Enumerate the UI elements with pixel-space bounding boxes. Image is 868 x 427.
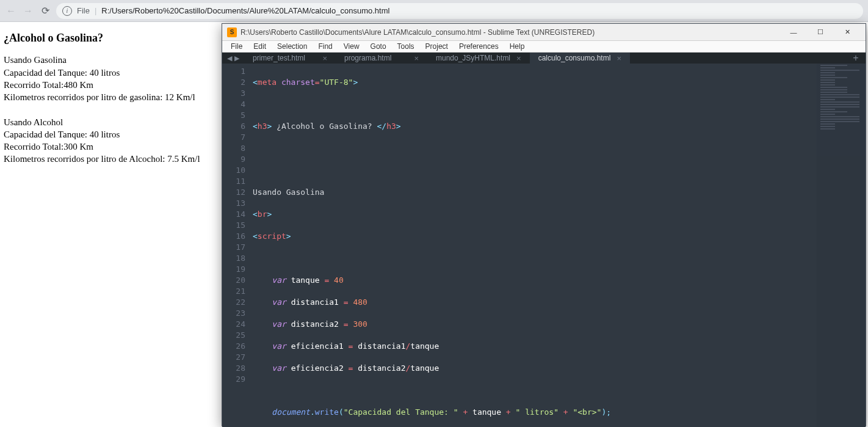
- close-icon[interactable]: ×: [414, 54, 419, 63]
- menu-bar: File Edit Selection Find View Goto Tools…: [222, 41, 866, 53]
- menu-project[interactable]: Project: [421, 41, 453, 52]
- minimap[interactable]: [817, 64, 866, 427]
- tab-prev-icon[interactable]: ◀: [227, 54, 232, 62]
- menu-selection[interactable]: Selection: [272, 41, 312, 52]
- tab-calculo-consumo[interactable]: calculo_consumo.html×: [530, 53, 630, 64]
- close-icon[interactable]: ×: [322, 54, 327, 63]
- editor[interactable]: 1234567891011121314151617181920212223242…: [222, 64, 866, 427]
- sublime-window: S R:\Users\Roberto Castillo\Documents\Al…: [222, 23, 866, 426]
- line-dist2: Recorrido Total:300 Km: [4, 141, 228, 153]
- menu-goto[interactable]: Goto: [366, 41, 391, 52]
- menu-find[interactable]: Find: [313, 41, 337, 52]
- close-icon[interactable]: ×: [516, 54, 521, 63]
- tab-primer-test[interactable]: primer_test.html×: [244, 53, 336, 64]
- line-eff1: Kilometros recorridos por litro de gasol…: [4, 91, 228, 103]
- line-tank1: Capacidad del Tanque: 40 litros: [4, 67, 228, 79]
- sublime-logo-icon: S: [227, 27, 237, 37]
- tab-add-icon[interactable]: +: [846, 53, 866, 64]
- address-bar[interactable]: i File | R:/Users/Roberto%20Castillo/Doc…: [56, 3, 863, 19]
- line-gutter: 1234567891011121314151617181920212223242…: [222, 64, 253, 427]
- forward-icon[interactable]: →: [22, 5, 34, 17]
- line-tank2: Capacidad del Tanque: 40 litros: [4, 128, 228, 141]
- menu-file[interactable]: File: [226, 41, 247, 52]
- menu-help[interactable]: Help: [505, 41, 530, 52]
- maximize-button[interactable]: ☐: [807, 24, 834, 41]
- close-icon[interactable]: ×: [617, 54, 621, 63]
- line-dist1: Recorrido Total:480 Km: [4, 79, 228, 91]
- tab-mundo[interactable]: mundo_JSyHTML.html×: [427, 53, 530, 64]
- url-protocol: File: [77, 6, 90, 15]
- url-path: R:/Users/Roberto%20Castillo/Documents/Al…: [101, 6, 389, 15]
- menu-view[interactable]: View: [339, 41, 364, 52]
- menu-tools[interactable]: Tools: [392, 41, 419, 52]
- close-button[interactable]: ✕: [834, 24, 861, 41]
- page-title: ¿Alcohol o Gasolina?: [4, 31, 228, 45]
- minimize-button[interactable]: —: [780, 24, 807, 41]
- tab-next-icon[interactable]: ▶: [234, 54, 239, 62]
- window-title: R:\Users\Roberto Castillo\Documents\Alur…: [241, 28, 595, 37]
- back-icon[interactable]: ←: [5, 5, 17, 17]
- tab-bar: ◀ ▶ primer_test.html× programa.html× mun…: [222, 53, 866, 64]
- menu-preferences[interactable]: Preferences: [454, 41, 504, 52]
- tab-nav: ◀ ▶: [222, 53, 244, 64]
- line-eff2: Kilometros recorridos por litro de Alcoc…: [4, 153, 228, 165]
- info-icon[interactable]: i: [62, 6, 72, 16]
- section1-header: Usando Gasolina: [4, 54, 228, 66]
- browser-toolbar: ← → ⟳ i File | R:/Users/Roberto%20Castil…: [0, 0, 868, 22]
- reload-icon[interactable]: ⟳: [39, 5, 51, 17]
- section2-header: Usando Alcohol: [4, 116, 228, 128]
- url-separator: |: [95, 6, 96, 15]
- menu-edit[interactable]: Edit: [248, 41, 271, 52]
- tab-programa[interactable]: programa.html×: [336, 53, 427, 64]
- sublime-titlebar[interactable]: S R:\Users\Roberto Castillo\Documents\Al…: [222, 24, 866, 41]
- code-area[interactable]: <meta charset="UTF-8"> <h3> ¿Alcohol o G…: [253, 64, 866, 427]
- rendered-page: ¿Alcohol o Gasolina? Usando Gasolina Cap…: [0, 22, 232, 174]
